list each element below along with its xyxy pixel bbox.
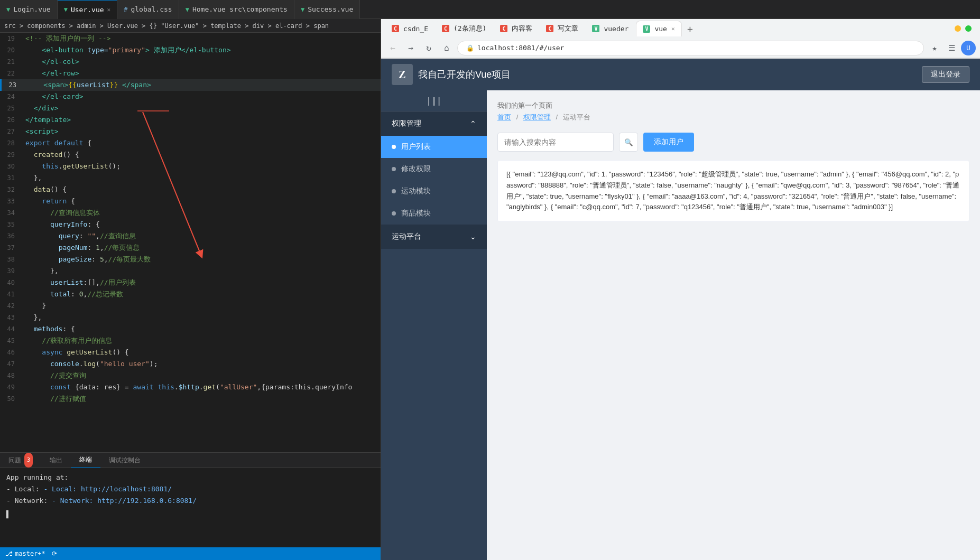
line-number: 40 (0, 277, 23, 288)
app-header: Z 我自己开发的Vue项目 退出登录 (381, 59, 980, 90)
tab-success-vue[interactable]: ▼ Success.vue (294, 0, 360, 19)
sync-icon[interactable]: ⟳ (52, 550, 57, 557)
browser-tab-2msgs[interactable]: C (2条消息) (436, 21, 493, 36)
line-number: 44 (0, 323, 23, 335)
editor-breadcrumb: src > components > admin > User.vue > {}… (0, 19, 381, 33)
code-line-28: 28 export default { (0, 137, 381, 149)
tab-home-vue[interactable]: ▼ Home.vue src\components (179, 0, 294, 19)
line-number: 37 (0, 242, 23, 254)
git-branch-name: master+* (15, 550, 45, 557)
browser-actions: ★ ☰ U (927, 41, 976, 55)
forward-button[interactable]: → (403, 41, 418, 55)
sidebar-item-goods-module[interactable]: 商品模块 (381, 202, 487, 225)
sidebar-item-user-list[interactable]: 用户列表 (381, 136, 487, 158)
app-logo: Z 我自己开发的Vue项目 (392, 64, 511, 85)
extensions-button[interactable]: ☰ (944, 41, 959, 55)
sidebar-item-sports-module[interactable]: 运动模块 (381, 180, 487, 202)
browser-tab-content[interactable]: C 内容客 (494, 21, 539, 36)
line-content: </el-card> (23, 91, 381, 102)
tab-debug-console[interactable]: 调试控制台 (100, 453, 149, 468)
tab-debug-label: 调试控制台 (109, 453, 141, 468)
code-line-44: 44 methods: { (0, 323, 381, 335)
sidebar-item-label: 修改权限 (401, 164, 431, 174)
code-line-36: 36 query: "",//查询信息 (0, 230, 381, 242)
breadcrumb-permissions[interactable]: 权限管理 (523, 113, 551, 121)
bookmark-button[interactable]: ★ (927, 41, 942, 55)
back-button[interactable]: ← (385, 41, 400, 55)
search-input[interactable] (497, 133, 614, 152)
new-tab-button[interactable]: + (683, 21, 698, 36)
line-content: this.getUserList(); (23, 161, 381, 172)
maximize-button[interactable] (965, 25, 972, 32)
bottom-panel: 问题 3 输出 终端 调试控制台 App running at: - Local… (0, 452, 381, 547)
browser-panel: C csdn_E C (2条消息) C 内容客 C 写文章 V vueder (381, 19, 980, 560)
page-info: 我们的第一个页面 (497, 101, 969, 110)
terminal-cursor: ▌ (6, 509, 374, 520)
sidebar-group-sports: 运动平台 ⌄ (381, 225, 487, 249)
breadcrumb-current: 运动平台 (563, 113, 590, 121)
address-input[interactable]: 🔒 localhost:8081/#/user (457, 41, 924, 55)
code-line-20: 20 <el-button type="primary"> 添加用户</el-b… (0, 44, 381, 56)
add-user-button[interactable]: 添加用户 (643, 133, 694, 152)
tab-user-vue[interactable]: ▼ User.vue ✕ (58, 0, 117, 19)
network-url[interactable]: - Network: http://192.168.0.6:8081/ (52, 497, 197, 505)
tab-global-css[interactable]: # global.css (117, 0, 179, 19)
editor-tabs-bar: ▼ Login.vue ▼ User.vue ✕ # global.css ▼ … (0, 0, 980, 19)
vue-icon: ▼ (6, 6, 10, 13)
line-number: 42 (0, 300, 23, 312)
line-number: 24 (0, 91, 23, 102)
code-line-37: 37 pageNum: 1,//每页信息 (0, 242, 381, 254)
code-line-22: 22 </el-row> (0, 68, 381, 79)
browser-tab-vueder[interactable]: V vueder (586, 21, 635, 36)
line-content: <!-- 添加用户的一列 --> (23, 33, 381, 44)
code-line-34: 34 //查询信息实体 (0, 207, 381, 219)
line-content: </el-col> (23, 56, 381, 68)
browser-tab-csdn[interactable]: C csdn_E (385, 21, 434, 36)
user-avatar[interactable]: U (961, 41, 976, 55)
code-line-27: 27 <script> (0, 126, 381, 137)
sidebar-item-modify-permissions[interactable]: 修改权限 (381, 158, 487, 180)
favicon: C (500, 25, 507, 32)
sidebar-group-title-sports[interactable]: 运动平台 ⌄ (381, 225, 487, 249)
main-area: src > components > admin > User.vue > {}… (0, 19, 980, 560)
code-area[interactable]: 19 <!-- 添加用户的一列 --> 20 <el-button type="… (0, 33, 381, 452)
line-content: pageNum: 1,//每页信息 (23, 242, 381, 254)
tab-problems[interactable]: 问题 3 (0, 453, 41, 468)
git-branch[interactable]: ⎇ master+* (5, 550, 45, 557)
minimize-button[interactable] (955, 25, 961, 32)
tab-output[interactable]: 输出 (41, 453, 71, 468)
lock-icon: 🔒 (466, 44, 474, 52)
close-tab-icon[interactable]: ✕ (671, 25, 675, 32)
tab-login-vue[interactable]: ▼ Login.vue (0, 0, 58, 19)
local-url[interactable]: - Local: http://localhost:8081/ (43, 485, 172, 493)
sidebar-group-title-permissions[interactable]: 权限管理 ⌃ (381, 111, 487, 136)
line-number: 41 (0, 288, 23, 300)
line-number: 36 (0, 230, 23, 242)
browser-tab-vue[interactable]: V vue ✕ (636, 21, 681, 36)
logout-button[interactable]: 退出登录 (922, 66, 969, 83)
line-content: async getUserList() { (23, 347, 381, 358)
close-tab-icon[interactable]: ✕ (107, 6, 111, 13)
terminal-content: App running at: - Local: - Local: http:/… (0, 468, 381, 547)
sidebar: ||| 权限管理 ⌃ 用户列表 (381, 90, 487, 560)
code-line-33: 33 return { (0, 195, 381, 207)
line-number: 45 (0, 335, 23, 347)
line-content: <el-button type="primary"> 添加用户</el-butt… (23, 44, 381, 56)
line-number: 30 (0, 161, 23, 172)
tab-terminal[interactable]: 终端 (71, 453, 100, 468)
line-number: 49 (0, 381, 23, 393)
collapse-button[interactable]: ||| (381, 90, 487, 111)
breadcrumb-home[interactable]: 首页 (497, 113, 511, 121)
reload-button[interactable]: ↻ (421, 41, 436, 55)
favicon: V (643, 25, 650, 33)
home-button[interactable]: ⌂ (439, 41, 454, 55)
logo-icon: Z (392, 64, 413, 85)
line-content: //进行赋值 (23, 393, 381, 405)
browser-tab-write[interactable]: C 写文章 (540, 21, 585, 36)
dot-icon (392, 167, 396, 171)
browser-chrome: C csdn_E C (2条消息) C 内容客 C 写文章 V vueder (381, 19, 980, 59)
sidebar-item-label: 用户列表 (401, 142, 431, 152)
search-button[interactable]: 🔍 (619, 133, 638, 152)
window-controls (955, 25, 976, 32)
tab-label: vueder (604, 25, 628, 33)
